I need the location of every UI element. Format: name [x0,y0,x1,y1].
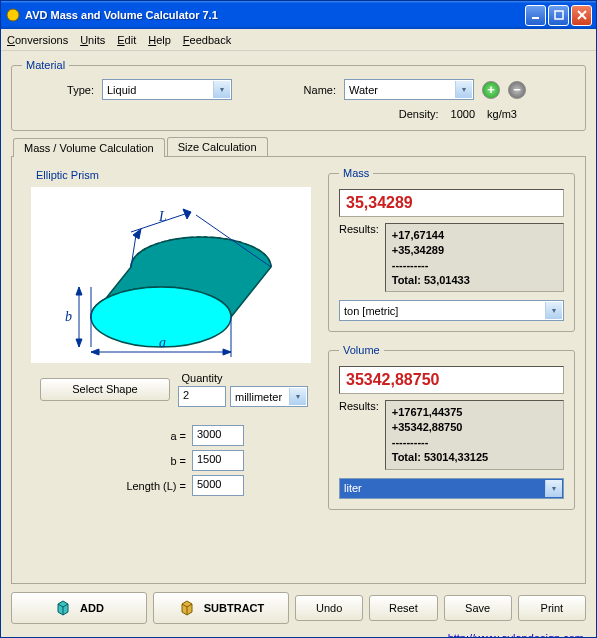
svg-point-0 [7,9,19,21]
name-combo[interactable]: Water ▾ [344,79,474,100]
menu-edit[interactable]: Edit [117,34,136,46]
undo-button[interactable]: Undo [295,595,363,621]
footer: http://www.avlandesign.com [1,628,596,638]
maximize-button[interactable] [548,5,569,26]
cube-add-icon [54,598,72,618]
density-unit: kg/m3 [487,108,517,120]
tab-size[interactable]: Size Calculation [167,137,268,156]
tab-mass-volume[interactable]: Mass / Volume Calculation [13,138,165,157]
menubar: Conversions Units Edit Help Feedback [1,29,596,51]
density-value: 1000 [451,108,475,120]
mass-legend: Mass [339,167,373,179]
quantity-input[interactable]: 2 [178,386,226,407]
svg-marker-9 [91,349,99,355]
type-combo[interactable]: Liquid ▾ [102,79,232,100]
name-value: Water [349,84,378,96]
dim-a-label: a = [170,430,186,442]
svg-text:b: b [65,309,72,324]
menu-conversions[interactable]: Conversions [7,34,68,46]
dim-b-label: b = [170,455,186,467]
chevron-down-icon: ▾ [289,388,306,405]
volume-group: Volume 35342,88750 Results: +17671,44375… [328,344,575,509]
volume-value: 35342,88750 [339,366,564,394]
length-unit-combo[interactable]: millimeter ▾ [230,386,308,407]
mass-unit-combo[interactable]: ton [metric] ▾ [339,300,564,321]
cube-subtract-icon [178,598,196,618]
window-title: AVD Mass and Volume Calculator 7.1 [25,9,525,21]
volume-legend: Volume [339,344,384,356]
mass-value: 35,34289 [339,189,564,217]
remove-material-button[interactable]: − [508,81,526,99]
chevron-down-icon: ▾ [213,81,230,98]
svg-text:L: L [158,209,167,224]
app-icon [5,7,21,23]
subtract-button[interactable]: SUBTRACT [153,592,289,624]
svg-text:a: a [159,335,166,350]
titlebar: AVD Mass and Volume Calculator 7.1 [1,1,596,29]
svg-marker-13 [76,339,82,347]
quantity-label: Quantity [178,372,226,384]
svg-marker-10 [223,349,231,355]
add-material-button[interactable]: + [482,81,500,99]
close-button[interactable] [571,5,592,26]
minimize-button[interactable] [525,5,546,26]
dim-L-label: Length (L) = [126,480,186,492]
chevron-down-icon: ▾ [455,81,472,98]
print-button[interactable]: Print [518,595,586,621]
reset-button[interactable]: Reset [369,595,437,621]
svg-rect-2 [555,11,563,19]
mass-results-box: +17,67144 +35,34289 ---------- Total: 53… [385,223,564,292]
menu-units[interactable]: Units [80,34,105,46]
menu-feedback[interactable]: Feedback [183,34,231,46]
select-shape-button[interactable]: Select Shape [40,378,170,401]
add-button[interactable]: ADD [11,592,147,624]
type-value: Liquid [107,84,136,96]
dim-b-input[interactable]: 1500 [192,450,244,471]
shape-diagram: a b L [31,187,311,363]
menu-help[interactable]: Help [148,34,171,46]
mass-unit-value: ton [metric] [344,305,398,317]
svg-marker-12 [76,287,82,295]
material-legend: Material [22,59,69,71]
chevron-down-icon: ▾ [545,302,562,319]
dim-L-input[interactable]: 5000 [192,475,244,496]
shape-name: Elliptic Prism [36,169,316,181]
volume-results-box: +17671,44375 +35342,88750 ---------- Tot… [385,400,564,469]
type-label: Type: [22,84,94,96]
volume-unit-combo[interactable]: liter ▾ [339,478,564,499]
material-group: Material Type: Liquid ▾ Name: Water ▾ + … [11,59,586,131]
mass-results-label: Results: [339,223,379,292]
save-button[interactable]: Save [444,595,512,621]
name-label: Name: [240,84,336,96]
chevron-down-icon: ▾ [545,480,562,497]
tab-body: Elliptic Prism [11,156,586,584]
mass-group: Mass 35,34289 Results: +17,67144 +35,342… [328,167,575,332]
length-unit-value: millimeter [235,391,282,403]
density-label: Density: [399,108,439,120]
footer-link[interactable]: http://www.avlandesign.com [448,632,584,638]
volume-unit-value: liter [344,482,362,494]
volume-results-label: Results: [339,400,379,469]
dim-a-input[interactable]: 3000 [192,425,244,446]
